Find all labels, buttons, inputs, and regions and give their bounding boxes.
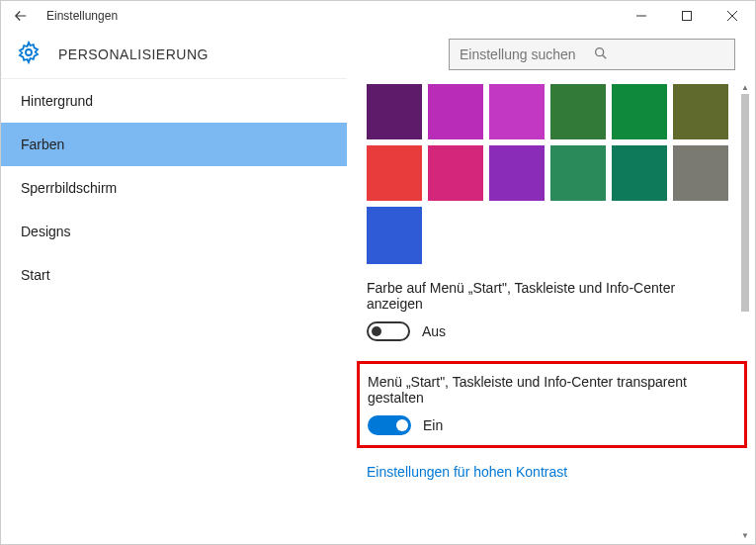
header-left: PERSONALISIERUNG [17, 41, 209, 68]
color-swatch[interactable] [550, 145, 606, 201]
svg-rect-1 [683, 12, 692, 21]
color-swatch[interactable] [428, 84, 483, 139]
color-swatch[interactable] [612, 84, 667, 139]
color-swatch[interactable] [673, 84, 728, 139]
sidebar-item-start[interactable]: Start [1, 253, 347, 297]
titlebar-left: Einstellungen [9, 4, 118, 28]
sidebar-item-designs[interactable]: Designs [1, 210, 347, 253]
color-swatch[interactable] [367, 145, 422, 201]
swatch-row [367, 207, 735, 264]
main-panel: Farbe auf Menü „Start", Taskleiste und I… [347, 78, 755, 544]
swatch-row [367, 84, 735, 139]
page-title: PERSONALISIERUNG [58, 46, 209, 62]
toggle-state-transparency: Ein [423, 417, 443, 433]
sidebar-item-farben[interactable]: Farben [1, 123, 347, 166]
toggle-transparency[interactable] [368, 415, 411, 435]
swatch-row [367, 145, 735, 201]
color-swatches [367, 84, 735, 264]
search-input[interactable]: Einstellung suchen [449, 39, 735, 70]
window-controls [619, 1, 755, 31]
high-contrast-link[interactable]: Einstellungen für hohen Kontrast [367, 464, 735, 480]
scroll-track[interactable] [741, 94, 749, 528]
setting-label-accent: Farbe auf Menü „Start", Taskleiste und I… [367, 280, 703, 312]
gear-icon [17, 41, 41, 68]
minimize-button[interactable] [619, 1, 664, 31]
sidebar-item-hintergrund[interactable]: Hintergrund [1, 79, 347, 123]
sidebar-item-sperrbildschirm[interactable]: Sperrbildschirm [1, 166, 347, 210]
setting-label-transparency: Menü „Start", Taskleiste und Info-Center… [368, 374, 704, 406]
svg-point-5 [596, 47, 604, 55]
window-title: Einstellungen [46, 9, 118, 23]
toggle-accent-color[interactable] [367, 321, 410, 341]
search-icon [593, 45, 726, 64]
maximize-button[interactable] [664, 1, 710, 31]
color-swatch[interactable] [489, 145, 545, 201]
scroll-up-icon[interactable]: ▲ [737, 80, 753, 94]
color-swatch[interactable] [550, 84, 606, 139]
header: PERSONALISIERUNG Einstellung suchen [1, 31, 755, 78]
color-swatch[interactable] [367, 84, 422, 139]
color-swatch[interactable] [367, 207, 422, 264]
svg-line-6 [603, 54, 607, 58]
svg-point-4 [26, 49, 32, 55]
toggle-row-accent: Aus [367, 321, 735, 341]
color-swatch[interactable] [612, 145, 667, 201]
toggle-row-transparency: Ein [368, 415, 736, 435]
scroll-thumb[interactable] [741, 94, 749, 312]
toggle-state-accent: Aus [422, 323, 446, 339]
titlebar: Einstellungen [1, 1, 755, 31]
content: Hintergrund Farben Sperrbildschirm Desig… [1, 78, 755, 544]
color-swatch[interactable] [428, 145, 483, 201]
back-button[interactable] [9, 4, 33, 28]
sidebar: Hintergrund Farben Sperrbildschirm Desig… [1, 78, 347, 544]
search-placeholder: Einstellung suchen [460, 46, 593, 62]
scrollbar[interactable]: ▲ ▼ [737, 80, 753, 542]
close-button[interactable] [710, 1, 755, 31]
scroll-down-icon[interactable]: ▼ [737, 528, 753, 542]
color-swatch[interactable] [489, 84, 545, 139]
color-swatch[interactable] [673, 145, 728, 201]
highlight-annotation: Menü „Start", Taskleiste und Info-Center… [357, 361, 747, 448]
